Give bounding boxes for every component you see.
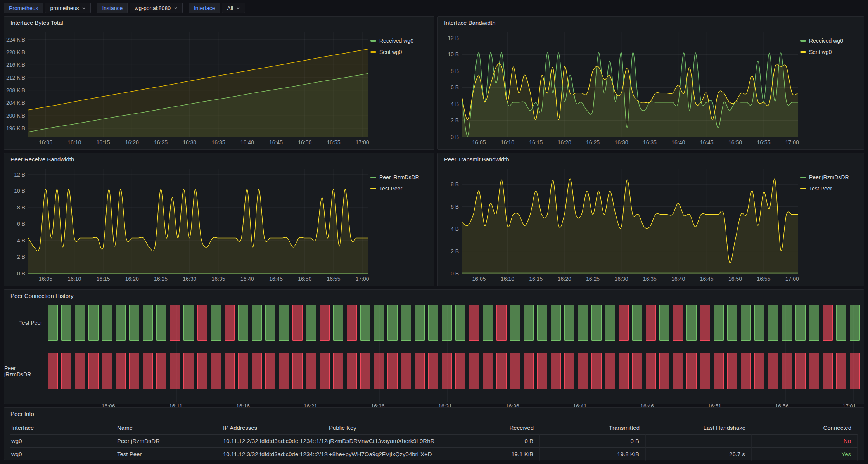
y-axis-tick-label: 4 B xyxy=(451,101,459,107)
status-cell xyxy=(605,305,615,341)
panel-title[interactable]: Peer Info xyxy=(4,408,864,419)
peer-info-table: InterfaceNameIP AddressesPublic KeyRecei… xyxy=(10,421,858,461)
legend-item[interactable]: Sent wg0 xyxy=(800,49,861,55)
status-cell xyxy=(48,353,58,389)
table-cell: No xyxy=(752,434,858,447)
status-cell xyxy=(75,305,85,341)
status-cell xyxy=(795,305,806,341)
status-cell xyxy=(116,305,126,341)
chevron-down-icon xyxy=(236,6,240,10)
status-cell xyxy=(401,305,411,341)
status-cell xyxy=(537,353,547,389)
status-cell xyxy=(754,353,764,389)
legend-item[interactable]: Peer jRzmDsDR xyxy=(370,174,432,180)
panel-interface-bytes-total: Interface Bytes Total 196 KiB200 KiB204 … xyxy=(4,16,434,150)
status-cell xyxy=(116,353,126,389)
status-cell xyxy=(809,353,819,389)
status-cell xyxy=(129,353,139,389)
status-cell xyxy=(714,353,724,389)
legend-item[interactable]: Received wg0 xyxy=(800,38,861,44)
x-axis-tick-label: 16:10 xyxy=(501,139,514,145)
status-cell xyxy=(455,353,465,389)
table-cell: 19.1 KiB xyxy=(434,447,540,461)
status-cell xyxy=(374,353,384,389)
variable-label-interface: Interface xyxy=(189,3,220,13)
legend-series-color xyxy=(370,40,376,42)
legend-item[interactable]: Peer jRzmDsDR xyxy=(800,174,861,180)
status-cell xyxy=(632,305,642,341)
table-column-header[interactable]: Interface xyxy=(10,421,116,434)
status-cell xyxy=(469,353,479,389)
status-cell xyxy=(156,353,166,389)
table-column-header[interactable]: IP Addresses xyxy=(222,421,328,434)
status-cell xyxy=(211,305,221,341)
legend-item[interactable]: Test Peer xyxy=(370,185,432,192)
status-cell xyxy=(360,305,370,341)
status-cell xyxy=(686,305,697,341)
status-cell xyxy=(537,305,547,341)
status-cell xyxy=(415,305,425,341)
table-column-header[interactable]: Transmitted xyxy=(540,421,646,434)
legend-series-label: Received wg0 xyxy=(809,38,843,44)
x-axis-tick-label: 16:25 xyxy=(154,276,168,282)
status-cell xyxy=(496,305,507,341)
status-cell xyxy=(551,305,561,341)
status-cell xyxy=(619,353,629,389)
y-axis-tick-label: 2 B xyxy=(451,248,459,255)
table-column-header[interactable]: Last Handshake xyxy=(646,421,752,434)
status-cell xyxy=(768,353,778,389)
x-axis-tick-label: 16:40 xyxy=(671,276,685,282)
variable-value-interface[interactable]: All xyxy=(222,3,245,13)
legend-item[interactable]: Test Peer xyxy=(800,185,861,192)
status-cell xyxy=(741,353,751,389)
status-cell xyxy=(782,353,792,389)
panel-interface-bandwidth: Interface Bandwidth 0 B2 B4 B6 B8 B10 B1… xyxy=(437,16,864,150)
table-cell: 26.7 s xyxy=(646,447,752,461)
panel-title[interactable]: Peer Transmit Bandwidth xyxy=(438,153,864,165)
table-cell: 0 B xyxy=(434,434,540,447)
status-cell xyxy=(700,353,710,389)
legend-item[interactable]: Sent wg0 xyxy=(370,49,432,55)
panel-title[interactable]: Interface Bandwidth xyxy=(438,17,864,28)
panel-title[interactable]: Peer Receive Bandwidth xyxy=(4,153,434,165)
status-cell xyxy=(61,353,71,389)
status-cell xyxy=(673,305,683,341)
table-cell: jRzmDsDRVnwCt13vsyamXherk9L9RhR xyxy=(328,434,434,447)
variable-label-instance: Instance xyxy=(97,3,128,13)
status-cell xyxy=(455,305,465,341)
status-cell xyxy=(510,353,520,389)
variable-datasource: Prometheus prometheus xyxy=(4,3,91,13)
variable-value-instance[interactable]: wg-portal:8080 xyxy=(130,3,183,13)
status-row: Test Peer xyxy=(4,305,860,341)
status-cell xyxy=(387,305,398,341)
status-cell xyxy=(836,353,846,389)
panel-title[interactable]: Peer Connection History xyxy=(4,290,864,301)
legend-series-label: Peer jRzmDsDR xyxy=(379,174,419,180)
table-column-header[interactable]: Connected xyxy=(752,421,858,434)
status-cell xyxy=(347,353,357,389)
legend-item[interactable]: Received wg0 xyxy=(370,38,432,44)
status-cell xyxy=(795,353,806,389)
table-cell: wg0 xyxy=(10,447,116,461)
y-axis-tick-label: 4 B xyxy=(451,226,459,232)
x-axis-tick-label: 16:10 xyxy=(501,276,514,282)
x-axis-tick-label: 16:55 xyxy=(327,276,340,282)
status-cell xyxy=(102,353,112,389)
status-bars xyxy=(48,353,860,389)
status-cell xyxy=(143,353,153,389)
legend-series-color xyxy=(800,40,806,42)
table-column-header[interactable]: Received xyxy=(434,421,540,434)
table-cell: Yes xyxy=(752,447,858,461)
variable-value-prometheus[interactable]: prometheus xyxy=(45,3,91,13)
table-column-header[interactable]: Public Key xyxy=(328,421,434,434)
y-axis-tick-label: 200 KiB xyxy=(6,113,25,119)
table-column-header[interactable]: Name xyxy=(116,421,222,434)
y-axis-tick-label: 12 B xyxy=(14,171,25,178)
status-cell xyxy=(578,305,588,341)
status-cell xyxy=(306,353,316,389)
status-cell xyxy=(320,305,330,341)
status-cell xyxy=(564,353,574,389)
status-cell xyxy=(591,305,602,341)
panel-title[interactable]: Interface Bytes Total xyxy=(4,17,434,28)
table-cell: Test Peer xyxy=(116,447,222,461)
